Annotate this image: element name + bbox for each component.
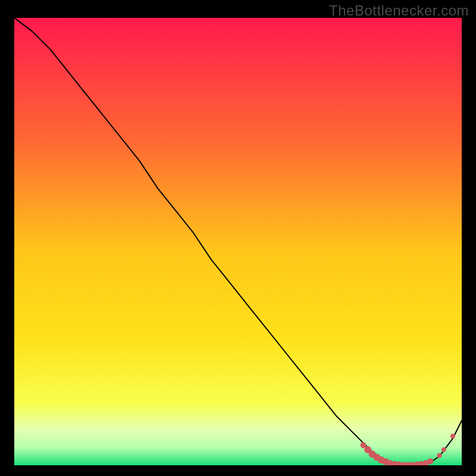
chart-frame: TheBottlenecker.com	[0, 0, 476, 476]
gradient-background	[14, 18, 462, 465]
highlight-dot	[427, 458, 433, 464]
watermark-text: TheBottlenecker.com	[329, 2, 469, 19]
highlight-dot	[450, 434, 455, 439]
bottleneck-chart	[14, 18, 462, 465]
highlight-dot	[441, 447, 446, 452]
highlight-dot	[437, 453, 441, 458]
plot-area	[14, 18, 462, 465]
